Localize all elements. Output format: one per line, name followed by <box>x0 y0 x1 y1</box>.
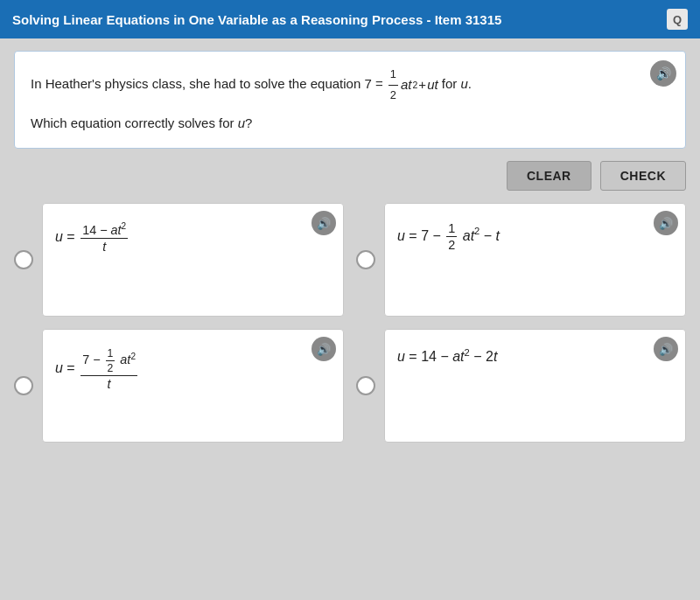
speaker-icon: 🔊 <box>656 66 671 80</box>
answer-b-card[interactable]: 🔊 u = 7 − 12 at2 − t <box>384 203 686 317</box>
answers-grid: 🔊 u = 14 − at2 t 🔊 u = 7 − <box>14 203 686 443</box>
answer-d-math: u = 14 − at2 − 2t <box>397 342 497 365</box>
question-text-line1: In Heather's physics class, she had to s… <box>31 66 641 104</box>
speaker-icon-c: 🔊 <box>317 343 331 356</box>
speaker-icon-d: 🔊 <box>659 343 673 356</box>
answer-c-audio-button[interactable]: 🔊 <box>312 337 336 361</box>
question-text-line2: Which equation correctly solves for u? <box>31 113 641 134</box>
check-button[interactable]: CHECK <box>600 161 686 191</box>
answer-a-audio-button[interactable]: 🔊 <box>312 211 336 235</box>
title-bar: Solving Linear Equations in One Variable… <box>0 0 700 38</box>
answer-a-radio[interactable] <box>14 250 33 269</box>
question-audio-button[interactable]: 🔊 <box>650 60 676 87</box>
action-row: CLEAR CHECK <box>14 161 686 191</box>
answer-c-radio[interactable] <box>14 376 33 395</box>
answer-b-audio-button[interactable]: 🔊 <box>654 211 678 235</box>
answer-c-math: u = 7 − 12 at2 t <box>55 342 139 391</box>
question-card: 🔊 In Heather's physics class, she had to… <box>14 51 686 149</box>
answer-b-radio[interactable] <box>356 250 375 269</box>
q-button[interactable]: Q <box>667 9 688 30</box>
speaker-icon-b: 🔊 <box>659 217 673 230</box>
answer-d-radio[interactable] <box>356 376 375 395</box>
answer-a-cell: 🔊 u = 14 − at2 t <box>14 203 344 317</box>
answer-d-card[interactable]: 🔊 u = 14 − at2 − 2t <box>384 329 686 443</box>
answer-a-card[interactable]: 🔊 u = 14 − at2 t <box>42 203 344 317</box>
answer-b-cell: 🔊 u = 7 − 12 at2 − t <box>356 203 686 317</box>
clear-button[interactable]: CLEAR <box>507 161 592 191</box>
main-content: 🔊 In Heather's physics class, she had to… <box>0 38 700 600</box>
answer-c-card[interactable]: 🔊 u = 7 − 12 at2 t <box>42 329 344 443</box>
answer-b-math: u = 7 − 12 at2 − t <box>397 216 500 252</box>
answer-d-audio-button[interactable]: 🔊 <box>654 337 678 361</box>
speaker-icon-a: 🔊 <box>317 217 331 230</box>
answer-a-math: u = 14 − at2 t <box>55 216 130 254</box>
answer-d-cell: 🔊 u = 14 − at2 − 2t <box>356 329 686 443</box>
answer-c-cell: 🔊 u = 7 − 12 at2 t <box>14 329 344 443</box>
page-title: Solving Linear Equations in One Variable… <box>12 12 501 27</box>
